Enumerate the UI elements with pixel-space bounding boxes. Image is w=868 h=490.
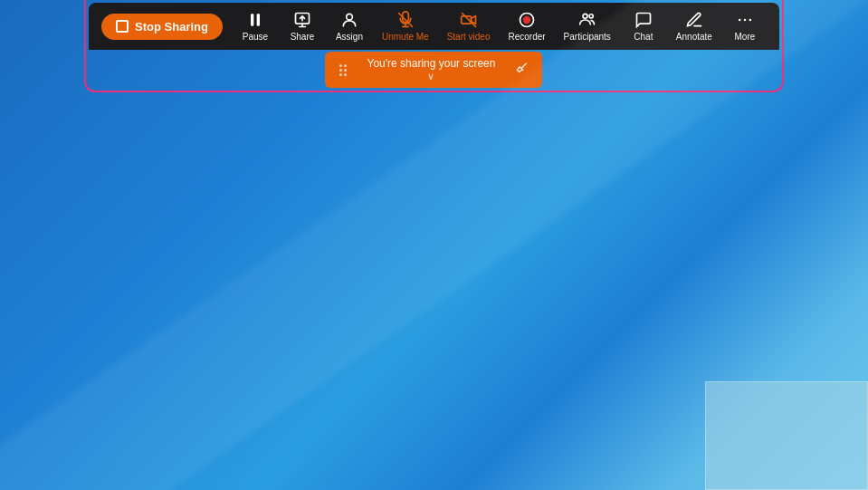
pause-label: Pause [243,32,268,42]
more-label: More [735,32,756,42]
more-button[interactable]: More [723,7,767,45]
assign-label: Assign [336,32,363,42]
svg-point-11 [583,14,587,18]
toolbar-wrapper: Stop Sharing Pause [0,0,868,92]
start-video-icon [460,11,478,29]
share-label: Share [291,32,315,42]
share-icon [293,11,311,29]
start-video-label: Start video [447,32,491,42]
svg-rect-1 [257,14,260,25]
taskbar-preview [705,381,868,490]
notification-text: You're sharing your screen [367,57,496,70]
participants-icon [578,11,596,29]
chevron-icon[interactable]: ∨ [427,71,434,82]
pause-button[interactable]: Pause [234,7,277,45]
toolbar: Stop Sharing Pause [89,3,779,50]
svg-rect-0 [251,14,253,25]
start-video-button[interactable]: Start video [440,7,498,45]
unmute-me-button[interactable]: Unmute Me [375,7,436,45]
unmute-me-label: Unmute Me [382,32,429,42]
svg-line-8 [462,14,475,27]
recorder-label: Recorder [508,32,545,42]
svg-point-9 [523,16,530,24]
svg-point-13 [739,19,741,22]
recorder-icon [518,11,536,29]
participants-label: Participants [564,32,611,42]
stop-sharing-button[interactable]: Stop Sharing [101,14,223,40]
participants-button[interactable]: Participants [557,7,618,45]
drag-handle[interactable] [339,64,347,76]
annotate-label: Annotate [676,32,712,42]
share-button[interactable]: Share [281,7,324,45]
stop-icon [116,20,129,33]
chat-icon [634,11,653,29]
recorder-button[interactable]: Recorder [501,7,552,45]
more-icon [736,11,754,29]
svg-point-3 [347,14,353,20]
toolbar-highlight: Stop Sharing Pause [84,0,784,92]
pause-icon [246,11,264,29]
pin-icon[interactable] [515,62,528,78]
notification-bar: You're sharing your screen ∨ [325,52,542,88]
annotate-icon [685,11,703,29]
assign-button[interactable]: Assign [328,7,371,45]
unmute-me-icon [396,11,415,29]
chat-label: Chat [634,32,653,42]
stop-sharing-label: Stop Sharing [135,20,208,34]
svg-point-12 [589,14,593,18]
assign-icon [340,11,358,29]
svg-point-14 [744,19,747,22]
annotate-button[interactable]: Annotate [669,7,720,45]
svg-point-15 [749,19,751,22]
chat-button[interactable]: Chat [622,7,665,45]
